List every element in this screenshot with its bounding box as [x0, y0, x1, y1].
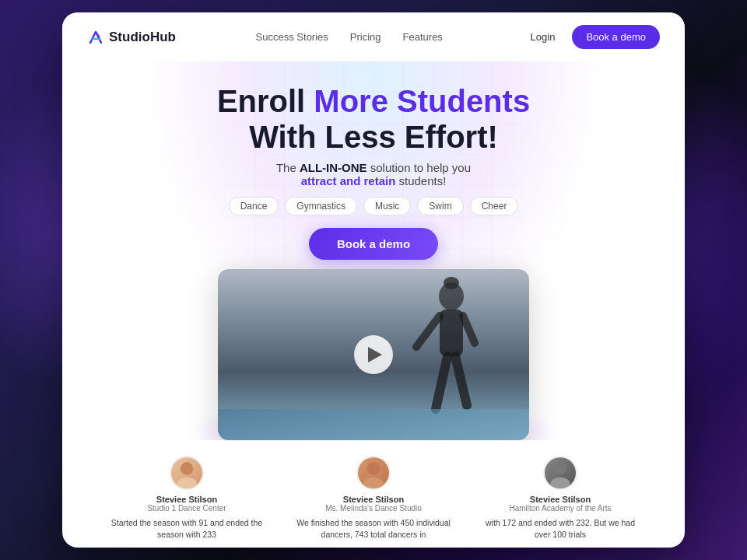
video-container: [62, 269, 685, 440]
nav-success-stories[interactable]: Success Stories: [256, 31, 328, 43]
svg-point-30: [554, 462, 566, 474]
testimonial-2-studio: Ms. Melinda's Dance Studio: [296, 504, 451, 513]
testimonial-3-name: Steviee Stilson: [482, 495, 638, 504]
video-player[interactable]: [218, 269, 529, 440]
svg-point-24: [444, 277, 459, 289]
testimonial-1: Steviee Stilson Studio 1 Dance Center St…: [109, 456, 265, 540]
avatar-1: [170, 456, 204, 490]
hero-title-part2: With Less Effort!: [249, 120, 498, 154]
hero-cta-button[interactable]: Book a demo: [309, 228, 438, 260]
svg-point-28: [367, 462, 380, 474]
svg-line-21: [463, 316, 475, 343]
play-button[interactable]: [354, 335, 393, 374]
nav-links: Success Stories Pricing Features: [256, 31, 443, 43]
tag-dance[interactable]: Dance: [229, 197, 279, 215]
testimonial-1-name: Steviee Stilson: [109, 495, 265, 504]
svg-point-26: [177, 477, 196, 490]
hero-title-part1: Enroll: [217, 84, 314, 118]
testimonial-3-studio: Hamilton Academy of the Arts: [482, 504, 638, 513]
hero-subtitle: The ALL-IN-ONE solution to help you attr…: [93, 161, 654, 187]
testimonial-1-text: Started the season with 91 and ended the…: [109, 517, 265, 540]
svg-point-27: [181, 462, 193, 474]
avatar-3-image: [545, 457, 576, 488]
hero-content: Enroll More Students With Less Effort! T…: [93, 83, 654, 272]
logo-text: StudioHub: [109, 30, 176, 45]
avatar-3: [543, 456, 577, 490]
play-icon: [368, 347, 382, 362]
svg-point-31: [550, 477, 570, 490]
svg-line-22: [436, 356, 447, 409]
hero-subtitle-colored: attract and retain: [301, 174, 396, 187]
tag-music[interactable]: Music: [363, 197, 411, 215]
hero-area: Enroll More Students With Less Effort! T…: [62, 61, 685, 440]
hero-subtitle-bold: ALL-IN-ONE: [300, 161, 367, 174]
testimonial-3-text: with 172 and ended with 232. But we had …: [482, 517, 638, 540]
avatar-1-image: [171, 457, 202, 488]
category-tags: Dance Gymnastics Music Swim Cheer: [93, 197, 654, 215]
tag-gymnastics[interactable]: Gymnastics: [285, 197, 357, 215]
testimonial-1-studio: Studio 1 Dance Center: [109, 504, 265, 513]
tag-swim[interactable]: Swim: [417, 197, 463, 215]
navbar: StudioHub Success Stories Pricing Featur…: [62, 12, 685, 61]
avatar-2-image: [358, 457, 389, 488]
testimonials-section: Steviee Stilson Studio 1 Dance Center St…: [62, 440, 685, 540]
hero-title: Enroll More Students With Less Effort!: [93, 83, 654, 155]
testimonial-2-text: We finished the season with 450 individu…: [296, 517, 451, 540]
nav-demo-button[interactable]: Book a demo: [572, 25, 660, 49]
login-button[interactable]: Login: [523, 26, 563, 47]
svg-point-29: [363, 477, 383, 490]
hero-section: Enroll More Students With Less Effort! T…: [62, 61, 685, 272]
svg-line-20: [416, 316, 440, 347]
logo: StudioHub: [87, 29, 176, 46]
logo-icon: [87, 29, 104, 46]
main-card: StudioHub Success Stories Pricing Featur…: [62, 12, 685, 548]
tag-cheer[interactable]: Cheer: [470, 197, 519, 215]
nav-actions: Login Book a demo: [523, 25, 660, 49]
nav-features[interactable]: Features: [403, 31, 443, 43]
svg-line-23: [455, 356, 467, 405]
avatar-2: [356, 456, 391, 490]
testimonial-3: Steviee Stilson Hamilton Academy of the …: [482, 456, 638, 540]
testimonial-2-name: Steviee Stilson: [296, 495, 451, 504]
hero-title-highlight: More Students: [314, 84, 530, 118]
testimonial-2: Steviee Stilson Ms. Melinda's Dance Stud…: [296, 456, 451, 540]
nav-pricing[interactable]: Pricing: [350, 31, 381, 43]
